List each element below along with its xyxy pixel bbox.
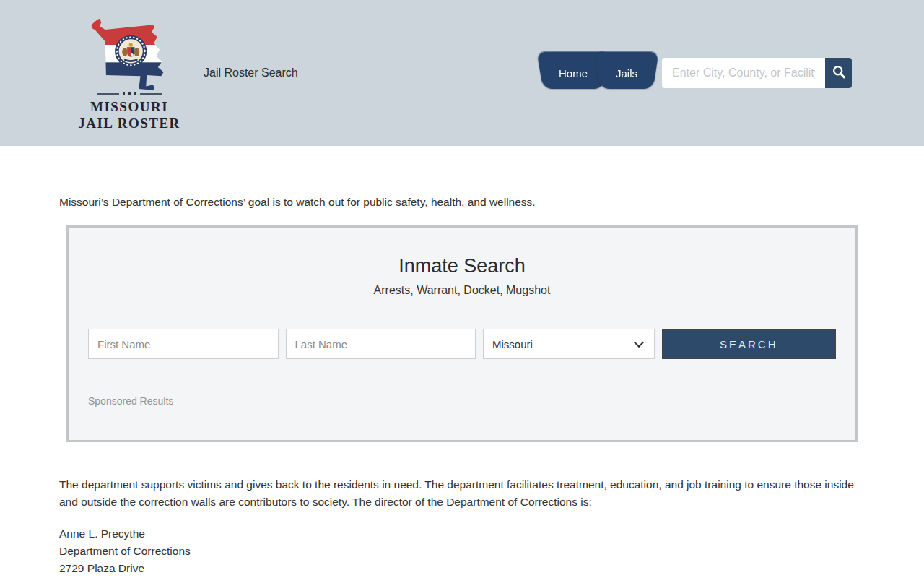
nav-tab-home[interactable]: Home — [543, 58, 603, 89]
logo-divider — [97, 92, 162, 95]
contact-director-name: Anne L. Precythe — [59, 525, 865, 543]
page: MISSOURI JAIL ROSTER Jail Roster Search … — [0, 0, 924, 578]
intro-paragraph: Missouri’s Department of Corrections’ go… — [59, 194, 865, 211]
facility-search — [662, 58, 852, 88]
contact-street: 2729 Plaza Drive — [59, 560, 865, 577]
search-icon — [831, 64, 847, 82]
state-select-wrapper: Missouri — [483, 329, 655, 359]
sponsored-results-label: Sponsored Results — [88, 395, 836, 407]
contact-block: Anne L. Precythe Department of Correctio… — [59, 525, 865, 578]
site-logo[interactable]: MISSOURI JAIL ROSTER — [87, 14, 172, 131]
state-select[interactable]: Missouri — [483, 329, 655, 359]
inmate-search-title: Inmate Search — [88, 255, 836, 277]
page-title: Jail Roster Search — [204, 66, 298, 79]
header: MISSOURI JAIL ROSTER Jail Roster Search … — [0, 0, 924, 146]
first-name-input[interactable] — [88, 329, 279, 359]
missouri-state-flag-icon — [89, 14, 170, 90]
facility-search-button[interactable] — [825, 58, 852, 88]
inmate-search-panel: Inmate Search Arrests, Warrant, Docket, … — [66, 225, 858, 442]
logo-text-line2: JAIL ROSTER — [78, 115, 180, 131]
body-paragraph: The department supports victims and give… — [59, 476, 865, 511]
main-nav: Home Jails — [543, 58, 653, 89]
logo-text-line1: MISSOURI — [90, 98, 168, 115]
facility-search-input[interactable] — [662, 58, 825, 88]
last-name-input[interactable] — [286, 329, 476, 359]
main-content: Missouri’s Department of Corrections’ go… — [59, 194, 865, 578]
contact-department: Department of Corrections — [59, 543, 865, 560]
nav-tab-jails[interactable]: Jails — [600, 58, 653, 89]
inmate-search-subtitle: Arrests, Warrant, Docket, Mugshot — [88, 284, 836, 297]
inmate-search-form: Missouri SEARCH — [88, 329, 836, 359]
inmate-search-button[interactable]: SEARCH — [662, 329, 837, 359]
